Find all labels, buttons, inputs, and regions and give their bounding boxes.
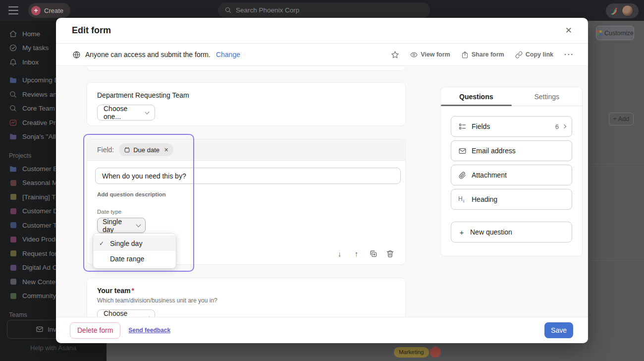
- modal-subheader: Anyone can access and submit the form. C…: [56, 44, 588, 66]
- fields-list-icon: [458, 122, 467, 131]
- sidebar-item-label: Request for: [22, 250, 57, 257]
- question-card-partial[interactable]: [87, 66, 405, 70]
- panel-item-heading[interactable]: H1Heading: [451, 189, 572, 210]
- sidebar-item-label: Community: [22, 292, 56, 300]
- global-search-input[interactable]: Search Phoenix Corp: [218, 2, 430, 18]
- send-feedback-link[interactable]: Send feedback: [128, 327, 170, 334]
- folder-icon: [9, 132, 17, 141]
- user-avatar: [622, 5, 634, 17]
- date-type-select[interactable]: Single day: [97, 218, 146, 233]
- phoenix-logo-icon: [610, 6, 620, 16]
- team-dropdown[interactable]: Choose one...: [97, 309, 155, 317]
- change-access-link[interactable]: Change: [216, 51, 240, 59]
- modal-title: Edit form: [72, 25, 111, 36]
- plus-icon: +: [31, 6, 41, 15]
- envelope-icon: [458, 147, 467, 155]
- remove-field-icon[interactable]: ✕: [164, 147, 168, 153]
- account-menu[interactable]: [606, 3, 639, 18]
- close-icon[interactable]: ✕: [563, 23, 574, 38]
- question-title-input[interactable]: [95, 168, 401, 184]
- folder-icon: [9, 165, 17, 173]
- sidebar-item-label: Customer T: [22, 222, 57, 229]
- fields-count: 6: [555, 123, 559, 130]
- delete-form-button[interactable]: Delete form: [70, 322, 120, 339]
- search-icon: [9, 104, 17, 113]
- tab-questions[interactable]: Questions: [441, 87, 512, 106]
- help-link[interactable]: Help with Asana: [0, 344, 107, 352]
- view-form-button[interactable]: View form: [410, 51, 450, 59]
- move-down-icon[interactable]: ↓: [335, 249, 344, 258]
- share-icon: [461, 51, 469, 59]
- field-header: Field: Due date ✕: [87, 139, 405, 161]
- menu-item-single-day[interactable]: ✓ Single day: [93, 236, 176, 251]
- question-description: Which team/division/business unit are yo…: [97, 297, 395, 304]
- question-card-your-team[interactable]: Your team* Which team/division/business …: [87, 278, 405, 317]
- chip-label: Due date: [133, 146, 160, 154]
- copy-link-label: Copy link: [526, 51, 553, 58]
- home-icon: [9, 30, 17, 38]
- search-icon: [224, 6, 232, 14]
- sidebar-item-label: New Conten: [22, 278, 59, 286]
- save-button[interactable]: Save: [544, 322, 573, 338]
- required-asterisk: *: [131, 287, 134, 295]
- tab-settings[interactable]: Settings: [512, 87, 583, 106]
- department-dropdown[interactable]: Choose one...: [97, 105, 155, 120]
- new-question-button[interactable]: +New question: [451, 222, 572, 242]
- edit-form-modal: Edit form ✕ Anyone can access and submit…: [56, 18, 588, 343]
- customize-button[interactable]: Customize: [596, 26, 634, 40]
- panel-tabs: Questions Settings: [441, 87, 582, 106]
- duplicate-icon[interactable]: [369, 249, 377, 258]
- project-color-dot: [10, 293, 16, 299]
- chevron-down-icon: [136, 222, 141, 227]
- chevron-down-icon: [145, 110, 149, 114]
- chevron-right-icon: [562, 124, 566, 128]
- field-body: Add question description Date type Singl…: [87, 161, 405, 233]
- create-button[interactable]: + Create: [28, 3, 70, 18]
- panel-item-label: Email address: [472, 147, 516, 155]
- panel-item-label: Attachment: [472, 171, 507, 179]
- link-icon: [515, 51, 523, 59]
- project-color-dot: [10, 222, 16, 228]
- sidebar-item-label: Sonja's "All: [22, 133, 55, 140]
- questions-panel: Questions Settings Fields6Email addressA…: [441, 87, 582, 256]
- question-label: Department Requesting Team: [97, 91, 395, 99]
- add-column-button[interactable]: + Add: [609, 113, 634, 125]
- question-card-department[interactable]: Department Requesting Team Choose one...: [87, 83, 405, 125]
- panel-item-attachment[interactable]: Attachment: [451, 165, 572, 185]
- star-icon[interactable]: [391, 51, 399, 59]
- add-question-description-button[interactable]: Add question description: [97, 191, 397, 197]
- move-up-icon[interactable]: ↑: [352, 249, 361, 258]
- check-circle-icon: [9, 44, 17, 52]
- sidebar-item-label: Creative Pro: [22, 119, 59, 126]
- sidebar-item-label: Video Produ: [22, 236, 59, 243]
- menu-item-label: Single day: [110, 240, 142, 247]
- form-editor-content: Department Requesting Team Choose one...…: [56, 66, 588, 317]
- date-type-label: Date type: [97, 209, 397, 215]
- sidebar-item-label: Customer D: [22, 207, 58, 215]
- paperclip-icon: [458, 171, 467, 180]
- avatar-dot: [430, 347, 441, 358]
- folder-icon: [9, 76, 17, 84]
- project-color-dot: [10, 208, 16, 214]
- panel-item-email-address[interactable]: Email address: [451, 140, 572, 161]
- project-color-dot: [10, 265, 16, 271]
- due-date-chip[interactable]: Due date ✕: [119, 143, 173, 156]
- search-placeholder: Search Phoenix Corp: [236, 6, 299, 14]
- sidebar-item-label: Reviews and: [22, 91, 60, 98]
- search-icon: [9, 90, 17, 99]
- modal-header: Edit form ✕: [56, 18, 588, 44]
- calendar-icon: [124, 147, 130, 153]
- question-label: Your team: [97, 287, 130, 295]
- menu-item-date-range[interactable]: Date range: [93, 251, 176, 266]
- copy-link-button[interactable]: Copy link: [515, 51, 553, 59]
- hamburger-menu-icon[interactable]: [8, 6, 18, 14]
- form-actions: View form Share form Copy link ···: [391, 51, 574, 59]
- panel-item-fields[interactable]: Fields6: [451, 116, 572, 137]
- globe-icon: [72, 51, 81, 59]
- add-label: + Add: [613, 116, 629, 122]
- eye-icon: [410, 51, 418, 59]
- share-form-button[interactable]: Share form: [461, 51, 504, 59]
- field-label: Field:: [97, 146, 114, 154]
- trash-icon[interactable]: [386, 249, 394, 258]
- more-options-icon[interactable]: ···: [564, 51, 574, 59]
